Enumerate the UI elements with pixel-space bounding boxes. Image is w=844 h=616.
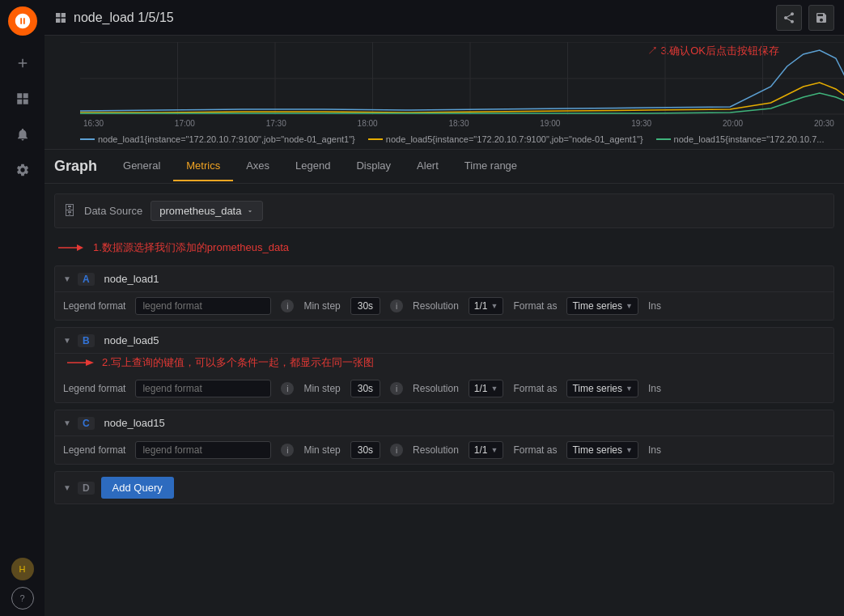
format-select-c[interactable]: Time series ▼ [566,441,638,459]
datasource-select[interactable]: prometheus_data [151,201,263,221]
panel-grid-icon [54,11,67,24]
chart-canvas: 16:30 17:00 17:30 18:00 18:30 19:00 19:3… [54,42,834,131]
datasource-label: Data Source [84,205,142,217]
sidebar-item-settings[interactable] [8,155,37,185]
x-label-2000: 20:00 [723,119,743,128]
content-area: 🗄 Data Source prometheus_data 1.数据源选择我们添… [45,184,844,616]
annotation-query-text: 2.写上查询的键值，可以多个条件一起，都显示在同一张图 [102,355,374,370]
legend-format-label-c: Legend format [63,444,125,456]
query-b-input[interactable] [101,333,825,348]
sidebar-logo[interactable] [8,6,37,36]
format-label-a: Format as [513,300,557,312]
min-step-info-a[interactable]: i [390,300,403,312]
legend-item-load1: node_load1{instance="172.20.10.7:9100",j… [80,134,355,144]
query-a-options: Legend format i Min step 30s i Resolutio… [55,292,833,320]
legend-item-load5: node_load5{instance="172.20.10.7:9100",j… [368,134,643,144]
query-c-options: Legend format i Min step 30s i Resolutio… [55,436,833,464]
svg-marker-13 [86,359,94,366]
query-d-label: D [78,482,95,495]
min-step-info-c[interactable]: i [390,444,403,457]
x-label-1730: 17:30 [266,119,286,128]
datasource-icon: 🗄 [63,204,76,219]
query-block-a: ▼ A Legend format i Min step 30s i Resol… [54,266,834,321]
min-step-value-a: 30s [350,297,380,315]
query-b-options: Legend format i Min step 30s i Resolutio… [55,375,833,402]
annotation-query: 2.写上查询的键值，可以多个条件一起，都显示在同一张图 [55,354,833,372]
instant-label-b: Ins [648,383,661,394]
resolution-select-b[interactable]: 1/1 ▼ [469,380,504,397]
resolution-select-a[interactable]: 1/1 ▼ [469,297,504,315]
help-icon[interactable]: ? [11,587,34,610]
query-c-input[interactable] [101,415,825,431]
format-label-b: Format as [513,383,557,394]
x-label-1800: 18:00 [358,119,378,128]
query-c-header: ▼ C [55,410,833,436]
min-step-value-b: 30s [350,380,380,397]
query-b-collapse[interactable]: ▼ [63,336,71,345]
tab-general[interactable]: General [110,151,173,181]
legend-format-label-b: Legend format [63,383,125,394]
panel-header: Graph General Metrics Axes Legend Displa… [45,150,844,184]
query-b-header: ▼ B [55,328,833,354]
query-d-collapse: ▼ [63,483,71,492]
instant-label-c: Ins [648,444,661,456]
resolution-label-c: Resolution [413,444,459,456]
legend-format-input-a[interactable] [135,297,271,315]
annotation-datasource-text: 1.数据源选择我们添加的prometheus_data [93,240,289,255]
annotation-datasource: 1.数据源选择我们添加的prometheus_data [54,240,834,256]
annotation-arrow-icon [54,240,87,256]
query-block-b: ▼ B 2.写上查询的键值，可以多个条件一起，都显示在同一张图 Legend f… [54,327,834,403]
share-button[interactable] [776,5,802,31]
format-select-a[interactable]: Time series ▼ [566,297,638,315]
tab-legend[interactable]: Legend [282,151,343,181]
x-label-1630: 16:30 [83,119,104,128]
query-a-collapse[interactable]: ▼ [63,274,71,283]
min-step-label-b: Min step [303,383,340,394]
legend-format-input-c[interactable] [135,441,271,459]
min-step-label-a: Min step [303,300,340,312]
datasource-row: 🗄 Data Source prometheus_data [54,193,834,228]
avatar[interactable]: H [11,558,34,580]
resolution-label-a: Resolution [413,300,459,312]
query-block-c: ▼ C Legend format i Min step 30s i Resol… [54,410,834,465]
panel-title: node_load 1/5/15 [74,11,770,25]
resolution-select-c[interactable]: 1/1 ▼ [469,441,504,459]
legend-format-info-c[interactable]: i [281,444,294,457]
add-query-button[interactable]: Add Query [101,477,174,499]
topbar: node_load 1/5/15 [45,0,844,36]
min-step-label-c: Min step [303,444,340,456]
query-a-header: ▼ A [55,266,833,292]
tab-metrics[interactable]: Metrics [173,151,233,181]
x-label-2030: 20:30 [814,119,834,128]
chart-area: ↗ 3.确认OK后点击按钮保存 [45,36,844,150]
topbar-actions [776,5,834,31]
min-step-info-b[interactable]: i [390,382,403,395]
sidebar: H ? [0,0,45,616]
tab-alert[interactable]: Alert [404,151,452,181]
sidebar-item-dashboard[interactable] [8,84,37,113]
query-c-collapse[interactable]: ▼ [63,418,71,427]
instant-label-a: Ins [648,300,661,312]
chart-legend: node_load1{instance="172.20.10.7:9100",j… [54,131,834,146]
legend-format-info-a[interactable]: i [281,300,294,312]
x-label-1700: 17:00 [175,119,195,128]
tab-axes[interactable]: Axes [233,151,282,181]
resolution-label-b: Resolution [413,383,459,394]
query-c-label: C [78,417,95,430]
legend-format-info-b[interactable]: i [281,382,294,395]
query-block-d: ▼ D Add Query [54,471,834,504]
sidebar-item-alerts[interactable] [8,120,37,149]
add-query-row: ▼ D Add Query [55,472,833,503]
tab-display[interactable]: Display [343,151,404,181]
query-b-label: B [78,334,95,347]
x-label-1930: 19:30 [631,119,651,128]
query-a-label: A [78,273,95,286]
query-a-input[interactable] [101,271,825,287]
format-select-b[interactable]: Time series ▼ [566,380,638,397]
x-label-1900: 19:00 [540,119,560,128]
legend-format-input-b[interactable] [135,380,271,397]
sidebar-item-add[interactable] [8,49,37,78]
tab-time-range[interactable]: Time range [452,151,530,181]
min-step-value-c: 30s [350,441,380,459]
save-button[interactable] [808,5,834,31]
